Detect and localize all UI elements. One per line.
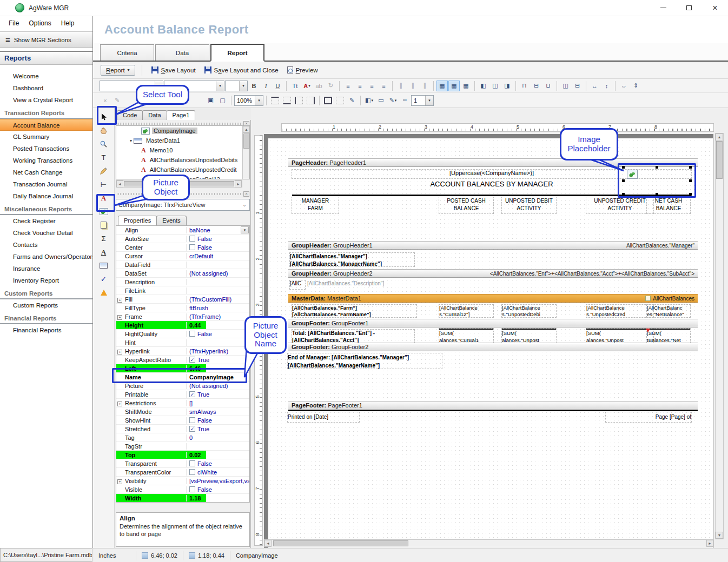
background-button[interactable]: ▭	[375, 95, 387, 106]
show-grid-button[interactable]: ▦	[436, 81, 448, 91]
tab-criteria[interactable]: Criteria	[100, 44, 154, 61]
farm-field[interactable]: [AllChartBalances."Farm"] [AllChartBalan…	[292, 305, 416, 317]
designer-tab-code[interactable]: Code	[117, 110, 143, 120]
expand-icon[interactable]: +	[117, 479, 122, 484]
sidebar-item-gl-summary[interactable]: GL Summary	[0, 131, 92, 143]
property-row-showhint[interactable]: ShowHintFalse	[116, 416, 249, 425]
sidebar-item-check-voucher-detail[interactable]: Check Voucher Detail	[0, 227, 92, 239]
property-row-datafield[interactable]: DataField	[116, 260, 249, 269]
tree-scroll-left-icon[interactable]: ◄	[116, 180, 123, 188]
vertical-align-bottom-button[interactable]: ∥	[419, 81, 431, 91]
band-masterdata[interactable]: MasterData: MasterData1 AllChartBalances	[288, 294, 698, 303]
caret-down-icon[interactable]: ▾	[239, 81, 247, 91]
zoom-combo[interactable]: 100%▾	[234, 95, 263, 106]
sidebar-item-daily-balance-journal[interactable]: Daily Balance Journal	[0, 190, 92, 202]
canvas-scroll-up-icon[interactable]: ▲	[716, 133, 723, 140]
property-row-shiftmode[interactable]: ShiftModesmAlways	[116, 407, 249, 416]
canvas-horizontal-scrollbar[interactable]: ◄ ►	[264, 539, 714, 547]
align-left-button[interactable]: ≡	[342, 81, 354, 91]
format-painter-button[interactable]	[96, 164, 111, 178]
property-row-fill[interactable]: Fill+(TfrxCustomFill)	[116, 295, 249, 304]
band-groupheader1[interactable]: GroupHeader: GroupHeader1 AllChartBalanc…	[288, 241, 698, 250]
property-row-autosize[interactable]: AutoSizeFalse	[116, 235, 249, 243]
data-field[interactable]: [AllChartBalances."UnpostedCred	[586, 305, 653, 317]
sidebar-item-net-cash-change[interactable]: Net Cash Change	[0, 166, 92, 178]
designer-tab-page1[interactable]: Page1	[167, 110, 196, 120]
frame-bottom-button[interactable]	[281, 95, 293, 106]
checkbox-unchecked-icon[interactable]	[189, 331, 195, 337]
font-size-combo[interactable]: ▾	[225, 81, 248, 91]
sidebar-item-view-a-crystal-report[interactable]: View a Crystal Report	[0, 94, 92, 106]
save-layout-button[interactable]: Save Layout	[149, 65, 198, 75]
checkbox-unchecked-icon[interactable]	[189, 486, 195, 492]
center-horizontally-button[interactable]: ◫	[560, 81, 571, 91]
property-row-stretched[interactable]: Stretched✓True	[116, 425, 249, 433]
tree-expander-icon[interactable]: ▾	[128, 138, 134, 143]
expand-icon[interactable]: +	[117, 350, 122, 354]
font-color-button[interactable]: A▾	[301, 81, 313, 91]
property-row-printable[interactable]: Printable✓True	[116, 390, 249, 399]
column-header-field[interactable]: UNPOSTED CREDITACTIVITY	[586, 197, 653, 213]
caret-down-icon[interactable]: ▾	[216, 81, 224, 91]
preview-button[interactable]: Preview	[284, 65, 321, 75]
sidebar-item-welcome[interactable]: Welcome	[0, 70, 92, 82]
center-vertically-button[interactable]: ⊟	[572, 81, 583, 91]
property-row-visibility[interactable]: Visibility+[vsPreview,vsExport,vsPr	[116, 477, 249, 485]
designer-tab-data[interactable]: Data	[142, 110, 167, 120]
menu-file[interactable]: File	[4, 18, 23, 29]
tree-vertical-scrollbar[interactable]: ▲	[242, 126, 249, 179]
italic-button[interactable]: I	[260, 81, 272, 91]
text-style-button[interactable]: Tt	[289, 81, 301, 91]
tree-item[interactable]: AAllChartBalancesUnpostedCredit	[116, 165, 249, 175]
sidebar-item-account-balance[interactable]: Account Balance	[0, 119, 92, 131]
property-row-center[interactable]: CenterFalse	[116, 243, 249, 252]
sidebar-item-check-register[interactable]: Check Register	[0, 215, 92, 227]
description-field[interactable]: [AllChartBalances."Description"]	[307, 280, 415, 289]
tree-item[interactable]: AMemo10	[116, 145, 249, 155]
align-justify-button[interactable]: ≡	[378, 81, 389, 91]
column-header-field[interactable]: POSTED CASHBALANCE	[439, 197, 493, 213]
data-field[interactable]: [AllChartBalances."CurBal12"]	[439, 305, 493, 317]
property-row-keepaspectratio[interactable]: KeepAspectRatio✓True	[116, 356, 249, 364]
checkbox-unchecked-icon[interactable]	[189, 244, 195, 250]
column-header-field[interactable]: MANAGERFARM	[292, 197, 339, 213]
property-row-width[interactable]: Width1.18	[116, 494, 249, 503]
same-width-button[interactable]: ↔	[589, 81, 600, 91]
property-row-hyperlink[interactable]: Hyperlink+(TfrxHyperlink)	[116, 347, 249, 356]
chevron-down-icon[interactable]: ⌄	[240, 202, 249, 208]
sidebar-item-custom-reports[interactable]: Custom Reports	[0, 299, 92, 311]
inspector-pane-close-icon[interactable]: ×	[243, 191, 249, 197]
property-tab-events[interactable]: Events	[156, 216, 187, 225]
property-row-restrictions[interactable]: Restrictions+[]	[116, 399, 249, 407]
checkbox-unchecked-icon[interactable]	[189, 417, 195, 423]
caret-down-icon[interactable]: ▾	[425, 96, 433, 105]
band-groupfooter1[interactable]: GroupFooter: GroupFooter1	[288, 319, 698, 327]
property-row-hint[interactable]: Hint	[116, 338, 249, 347]
sidebar-item-contacts[interactable]: Contacts	[0, 239, 92, 251]
canvas-scroll-down-icon[interactable]: ▼	[716, 532, 723, 539]
property-row-hightquality[interactable]: HightQualityFalse	[116, 330, 249, 338]
vertical-align-top-button[interactable]: ∥	[395, 81, 407, 91]
expand-icon[interactable]: +	[117, 315, 122, 320]
tab-report[interactable]: Report	[210, 44, 264, 62]
property-row-cursor[interactable]: CursorcrDefault	[116, 252, 249, 260]
dropdown-icon[interactable]: ▾	[241, 226, 249, 233]
column-header-field[interactable]: UNPOSTED DEBITACTIVITY	[502, 197, 556, 213]
align-left-edges-button[interactable]: ◧	[478, 81, 489, 91]
property-row-dataset[interactable]: DataSet(Not assigned)	[116, 269, 249, 278]
property-row-tag[interactable]: Tag0	[116, 433, 249, 442]
menu-options[interactable]: Options	[24, 18, 55, 29]
checkbox-checked-icon[interactable]: ✓	[189, 426, 195, 432]
frame-top-button[interactable]	[269, 95, 281, 106]
property-row-transparentcolor[interactable]: TransparentColorclWhite	[116, 468, 249, 477]
caret-down-icon[interactable]: ▾	[255, 96, 263, 105]
column-header-field[interactable]: NET CASHBALANCE	[647, 197, 690, 213]
snap-to-grid-button[interactable]: ▦	[448, 81, 460, 91]
property-row-filltype[interactable]: FillTypeftBrush	[116, 304, 249, 312]
tab-data[interactable]: Data	[155, 44, 209, 61]
rotate-text-button[interactable]: ↻	[325, 81, 336, 91]
bold-button[interactable]: B	[248, 81, 260, 91]
space-vertically-button[interactable]: ⇕	[630, 81, 641, 91]
fill-color-button[interactable]: ◧▾	[363, 95, 375, 106]
shape-object-button[interactable]	[96, 259, 111, 272]
